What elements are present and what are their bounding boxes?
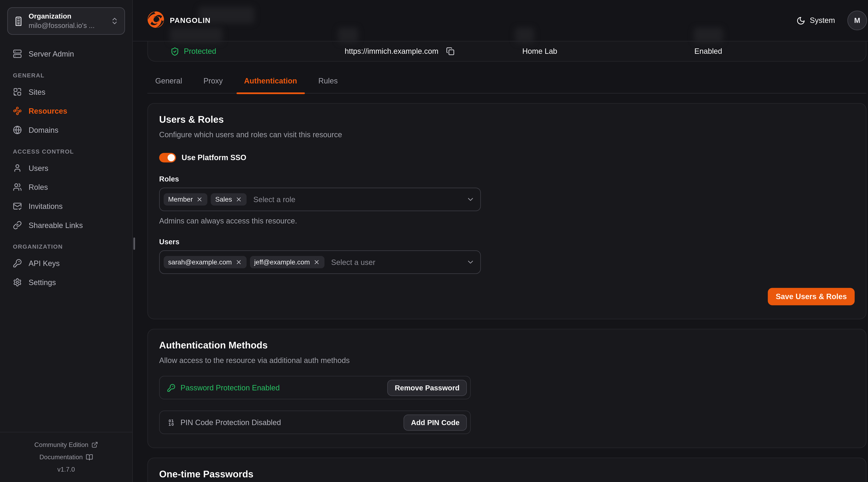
resource-site: Home Lab [522,41,557,61]
sites-icon [13,88,22,96]
roles-combobox[interactable]: Member Sales Select a role [159,188,481,211]
user-chip-label: sarah@example.com [168,258,232,266]
card-actions: Save Users & Roles [159,288,855,305]
user-chip-label: jeff@example.com [254,258,310,266]
copy-icon[interactable] [446,47,455,55]
role-chip-label: Sales [215,196,232,203]
org-switcher-text: Organization milo@fossorial.io's ... [29,12,105,31]
link-icon [13,221,22,230]
sidebar-heading-organization: ORGANIZATION [13,243,119,250]
chevrons-up-down-icon [111,17,119,25]
password-status: Password Protection Enabled [167,383,280,392]
community-edition-label: Community Edition [34,441,89,448]
documentation-link[interactable]: Documentation [0,451,132,463]
otp-card: One-time Passwords Require email-based a… [147,458,866,482]
tab-proxy[interactable]: Proxy [196,77,231,93]
resource-status-label: Protected [184,47,216,55]
sso-row: Use Platform SSO [159,153,855,162]
pin-protection-row: PIN Code Protection Disabled Add PIN Cod… [159,411,471,434]
org-switcher-label: Organization [29,12,105,21]
sidebar-item-resources[interactable]: Resources [8,102,124,119]
users-roles-card: Users & Roles Configure which users and … [147,103,866,319]
sidebar-item-users[interactable]: Users [8,160,124,176]
sidebar-item-label: API Keys [29,259,60,267]
remove-tag-icon[interactable] [236,196,242,203]
gear-icon [13,278,22,287]
sidebar-item-label: Roles [29,183,48,191]
chevron-down-icon[interactable] [466,195,475,203]
sidebar-item-sites[interactable]: Sites [8,84,124,100]
sidebar-item-api-keys[interactable]: API Keys [8,255,124,272]
sidebar-item-domains[interactable]: Domains [8,122,124,138]
save-users-roles-button[interactable]: Save Users & Roles [768,288,855,305]
users-icon [13,183,22,192]
user-chip: jeff@example.com [250,256,324,268]
theme-toggle[interactable]: System [796,16,835,25]
sidebar-nav: Server Admin GENERAL Sites Resources Dom… [0,42,132,293]
role-chip: Sales [211,193,247,205]
sso-toggle-label: Use Platform SSO [182,154,246,162]
globe-icon [13,125,22,134]
toggle-knob [167,154,175,161]
sidebar-item-label: Resources [29,107,67,115]
community-edition-link[interactable]: Community Edition [0,439,132,451]
moon-icon [796,16,805,25]
users-field-label: Users [159,237,855,246]
sidebar-heading-general: GENERAL [13,72,119,78]
external-link-icon [91,441,98,448]
platform-sso-toggle[interactable] [159,153,176,162]
brand: PANGOLIN [146,10,211,31]
sidebar-item-label: Shareable Links [29,221,83,229]
tab-authentication[interactable]: Authentication [236,77,305,93]
sidebar-item-label: Sites [29,88,45,96]
remove-tag-icon[interactable] [235,259,242,265]
users-placeholder: Select a user [331,258,375,266]
sidebar-footer: Community Edition Documentation v1.7.0 [0,432,132,482]
resource-url: https://immich.example.com [345,41,455,61]
theme-label: System [810,16,835,25]
version-label: v1.7.0 [0,463,132,476]
sidebar: Organization milo@fossorial.io's ... Ser… [0,0,133,482]
resource-status: Protected [170,41,216,61]
card-title: One-time Passwords [159,469,855,480]
card-description: Configure which users and roles can visi… [159,130,855,139]
sidebar-item-shareable-links[interactable]: Shareable Links [8,217,124,233]
resource-state: Enabled [694,41,722,61]
roles-placeholder: Select a role [253,195,295,203]
avatar[interactable]: M [847,10,867,30]
password-status-label: Password Protection Enabled [181,383,280,392]
building-icon [13,16,24,26]
header-actions: System M [796,10,867,30]
documentation-label: Documentation [39,454,83,460]
user-chip: sarah@example.com [164,256,246,268]
sidebar-scrollbar-thumb[interactable] [133,237,135,250]
pangolin-logo-icon [146,10,165,31]
resource-meta-strip: Protected https://immich.example.com Hom… [147,41,866,62]
mail-check-icon [13,202,22,211]
avatar-initial: M [854,16,860,25]
remove-tag-icon[interactable] [313,259,320,265]
brand-name: PANGOLIN [170,16,211,25]
sidebar-item-settings[interactable]: Settings [8,274,124,291]
sidebar-item-label: Settings [29,278,56,286]
org-switcher[interactable]: Organization milo@fossorial.io's ... [7,7,125,35]
tab-rules[interactable]: Rules [311,77,346,93]
card-title: Users & Roles [159,114,855,126]
remove-tag-icon[interactable] [196,196,203,203]
waypoints-icon [13,106,22,116]
pin-status-label: PIN Code Protection Disabled [181,418,281,426]
pin-status: PIN Code Protection Disabled [167,418,281,426]
sidebar-item-roles[interactable]: Roles [8,179,124,196]
add-pin-code-button[interactable]: Add PIN Code [404,414,467,430]
sidebar-item-invitations[interactable]: Invitations [8,198,124,215]
users-combobox[interactable]: sarah@example.com jeff@example.com Selec… [159,250,481,274]
card-title: Authentication Methods [159,340,855,351]
chevron-down-icon[interactable] [466,258,475,266]
sidebar-item-server-admin[interactable]: Server Admin [8,45,124,62]
password-protection-row: Password Protection Enabled Remove Passw… [159,376,471,399]
auth-methods-card: Authentication Methods Allow access to t… [147,329,866,448]
remove-password-button[interactable]: Remove Password [388,380,467,396]
binary-icon [167,418,175,426]
org-switcher-value: milo@fossorial.io's ... [29,21,105,30]
tab-general[interactable]: General [147,77,190,93]
